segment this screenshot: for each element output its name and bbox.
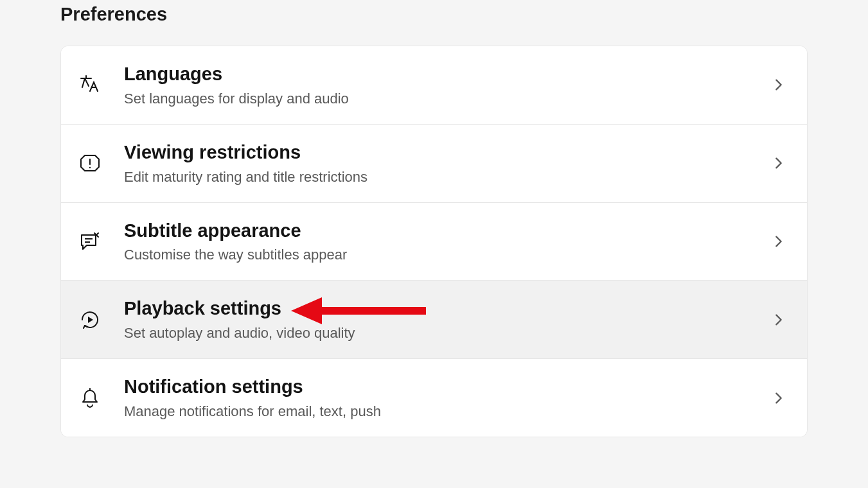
row-subtitle: Manage notifications for email, text, pu…: [124, 403, 770, 420]
languages-icon: [75, 70, 105, 100]
chevron-right-icon: [770, 234, 788, 248]
section-title: Preferences: [60, 4, 808, 25]
chevron-right-icon: [770, 78, 788, 92]
row-title: Viewing restrictions: [124, 141, 770, 164]
shield-icon: [75, 148, 105, 178]
pref-row-languages[interactable]: Languages Set languages for display and …: [61, 46, 807, 125]
svg-point-1: [89, 167, 91, 168]
row-subtitle: Set autoplay and audio, video quality: [124, 325, 770, 342]
playback-icon: [75, 305, 105, 335]
preferences-card: Languages Set languages for display and …: [60, 46, 808, 437]
chevron-right-icon: [770, 391, 788, 405]
row-text: Playback settings Set autoplay and audio…: [105, 297, 770, 342]
subtitle-icon: [75, 227, 105, 256]
row-subtitle: Edit maturity rating and title restricti…: [124, 169, 770, 186]
pref-row-subtitle-appearance[interactable]: Subtitle appearance Customise the way su…: [61, 203, 807, 281]
pref-row-playback-settings[interactable]: Playback settings Set autoplay and audio…: [61, 281, 807, 359]
chevron-right-icon: [770, 156, 788, 170]
pref-row-viewing-restrictions[interactable]: Viewing restrictions Edit maturity ratin…: [61, 125, 807, 203]
row-text: Notification settings Manage notificatio…: [105, 376, 770, 420]
chevron-right-icon: [770, 313, 788, 327]
pref-row-notification-settings[interactable]: Notification settings Manage notificatio…: [61, 359, 807, 437]
row-text: Viewing restrictions Edit maturity ratin…: [105, 141, 770, 186]
row-title: Notification settings: [124, 376, 770, 398]
row-title: Languages: [124, 63, 770, 85]
row-text: Languages Set languages for display and …: [105, 63, 770, 107]
row-title: Playback settings: [124, 297, 770, 320]
row-subtitle: Customise the way subtitles appear: [124, 247, 770, 263]
row-title: Subtitle appearance: [124, 220, 770, 242]
bell-icon: [75, 383, 105, 413]
row-text: Subtitle appearance Customise the way su…: [105, 220, 770, 264]
row-subtitle: Set languages for display and audio: [124, 91, 770, 107]
